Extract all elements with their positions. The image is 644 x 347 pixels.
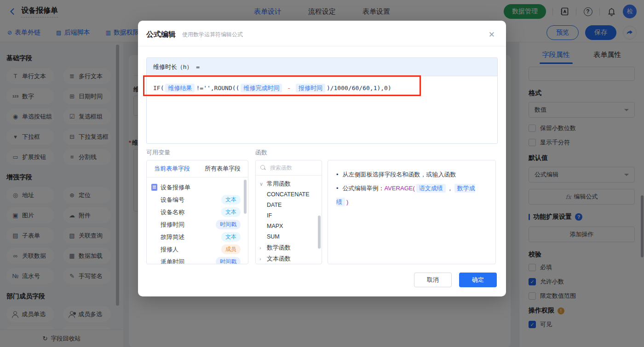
variables-label: 可用变量 bbox=[146, 148, 170, 157]
functions-panel: ∨常用函数CONCATENATEDATEIFMAPXSUM›数学函数›文本函数 bbox=[255, 160, 322, 264]
example-function-close: ) bbox=[346, 199, 348, 205]
variable-name: 报修时间 bbox=[161, 221, 216, 229]
function-search bbox=[256, 160, 322, 176]
variable-row[interactable]: 设备编号文本 bbox=[151, 193, 245, 206]
chevron-down-icon: ∨ bbox=[259, 181, 264, 187]
equals-sign: = bbox=[196, 63, 200, 70]
variable-row[interactable]: 故障简述文本 bbox=[151, 231, 245, 243]
modal-header: 公式编辑 使用数学运算符编辑公式 ✕ bbox=[138, 21, 506, 46]
variable-row[interactable]: 报修人成员 bbox=[151, 243, 245, 256]
variables-form-row[interactable]: 设备报修单 bbox=[151, 181, 245, 193]
function-item[interactable]: MAPX bbox=[259, 221, 320, 232]
variable-name: 故障简述 bbox=[161, 233, 221, 241]
function-group-label: 文本函数 bbox=[267, 255, 291, 263]
tab-all-form-fields[interactable]: 所有表单字段 bbox=[197, 160, 248, 177]
variable-row[interactable]: 报修时间时间戳 bbox=[151, 218, 245, 231]
field-token[interactable]: 维修结果 bbox=[165, 84, 195, 92]
functions-label: 函数 bbox=[255, 148, 267, 157]
formula-expression[interactable]: IF(维修结果!='',ROUND((维修完成时间 - 报修时间)/1000/6… bbox=[147, 76, 497, 100]
variable-name: 设备名称 bbox=[161, 208, 221, 216]
function-group-label: 数学函数 bbox=[267, 244, 291, 252]
function-group[interactable]: ›数学函数 bbox=[259, 242, 320, 253]
search-icon bbox=[260, 165, 266, 171]
confirm-button[interactable]: 确定 bbox=[459, 273, 497, 287]
close-icon[interactable]: ✕ bbox=[489, 31, 495, 39]
functions-scrollbar[interactable] bbox=[318, 216, 321, 249]
separator: ， bbox=[447, 185, 453, 192]
operator: - bbox=[283, 85, 294, 91]
modal-footer: 取消 确定 bbox=[414, 273, 497, 287]
form-name: 设备报修单 bbox=[161, 183, 245, 192]
tip-prefix: 公式编辑举例： bbox=[343, 185, 385, 192]
variables-tabs: 当前表单字段 所有表单字段 bbox=[147, 160, 248, 177]
function-group[interactable]: ∨常用函数 bbox=[259, 178, 320, 189]
chevron-right-icon: › bbox=[259, 245, 264, 250]
bullet: • bbox=[336, 185, 339, 192]
cancel-button[interactable]: 取消 bbox=[414, 273, 452, 287]
function-group-label: 常用函数 bbox=[267, 180, 291, 188]
function-search-input[interactable] bbox=[270, 165, 316, 171]
bullet: • bbox=[336, 171, 339, 178]
formula-editor-modal: 公式编辑 使用数学运算符编辑公式 ✕ 维修时长（h） = IF(维修结果!=''… bbox=[138, 21, 506, 296]
variable-row[interactable]: 派单时间时间戳 bbox=[151, 256, 245, 264]
tips-panel: •从左侧面板选择字段名和函数，或输入函数 •公式编辑举例：AVERAGE(语文成… bbox=[328, 160, 496, 264]
variable-type-badge: 时间戳 bbox=[216, 220, 241, 229]
variable-type-badge: 文本 bbox=[221, 195, 241, 205]
formula-code: IF( bbox=[153, 85, 164, 91]
example-field-token: 语文成绩 bbox=[416, 184, 446, 193]
formula-code: )/1000/60/60,1),0) bbox=[327, 85, 391, 91]
modal-title: 公式编辑 bbox=[146, 30, 176, 40]
variable-type-badge: 时间戳 bbox=[216, 257, 241, 264]
tip-line-2: •公式编辑举例：AVERAGE(语文成绩，数学成绩) bbox=[336, 182, 487, 209]
variables-scrollbar[interactable] bbox=[244, 180, 247, 214]
form-document-icon bbox=[151, 184, 157, 191]
formula-target-label: 维修时长（h） bbox=[153, 63, 192, 71]
variable-row[interactable]: 设备名称文本 bbox=[151, 206, 245, 218]
formula-editor: 维修时长（h） = IF(维修结果!='',ROUND((维修完成时间 - 报修… bbox=[146, 57, 498, 144]
formula-code: !='',ROUND(( bbox=[196, 85, 239, 91]
function-item[interactable]: CONCATENATE bbox=[259, 189, 320, 200]
variable-type-badge: 成员 bbox=[221, 245, 241, 254]
formula-target-row: 维修时长（h） = bbox=[147, 58, 497, 76]
function-item[interactable]: IF bbox=[259, 210, 320, 221]
function-item[interactable]: SUM bbox=[259, 232, 320, 242]
modal-subtitle: 使用数学运算符编辑公式 bbox=[182, 31, 243, 39]
chevron-right-icon: › bbox=[259, 256, 264, 262]
tab-current-form-fields[interactable]: 当前表单字段 bbox=[147, 160, 197, 177]
tip-line-1: •从左侧面板选择字段名和函数，或输入函数 bbox=[336, 168, 487, 182]
variable-name: 报修人 bbox=[161, 245, 221, 254]
variable-type-badge: 文本 bbox=[221, 232, 241, 242]
variable-type-badge: 文本 bbox=[221, 207, 241, 217]
field-token[interactable]: 维修完成时间 bbox=[241, 84, 282, 92]
function-group[interactable]: ›文本函数 bbox=[259, 253, 320, 264]
field-token[interactable]: 报修时间 bbox=[296, 84, 325, 92]
variable-name: 设备编号 bbox=[161, 196, 221, 204]
variable-name: 派单时间 bbox=[161, 258, 216, 265]
variables-panel: 当前表单字段 所有表单字段 设备报修单设备编号文本设备名称文本报修时间时间戳故障… bbox=[146, 160, 248, 264]
example-function-name: AVERAGE( bbox=[385, 185, 415, 192]
function-item[interactable]: DATE bbox=[259, 200, 320, 210]
